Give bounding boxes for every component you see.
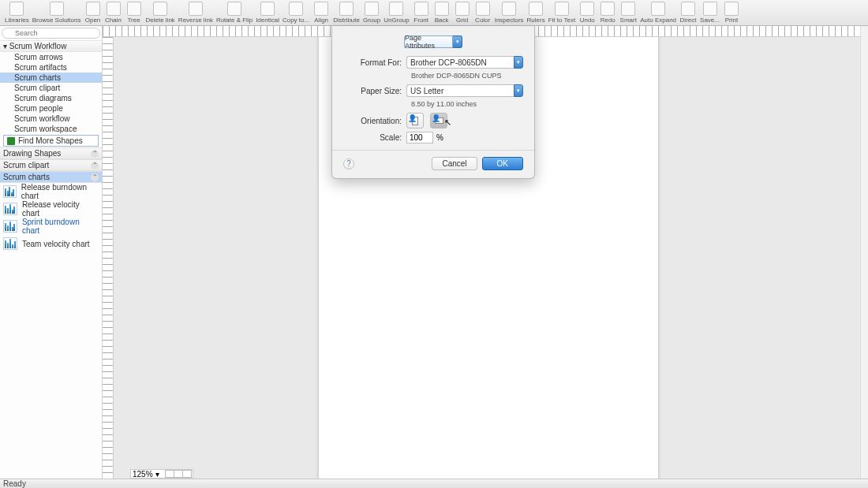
tool-icon bbox=[365, 2, 379, 16]
shape-team-velocity-chart[interactable]: Team velocity chart bbox=[0, 235, 102, 252]
orientation-landscape[interactable]: 👤 ↖ bbox=[430, 113, 447, 129]
toolbar-back[interactable]: Back bbox=[433, 2, 451, 24]
sidebar-item-scrum-people[interactable]: Scrum people bbox=[0, 103, 102, 114]
chart-icon bbox=[3, 237, 17, 250]
toolbar-tree[interactable]: Tree bbox=[125, 2, 143, 24]
toolbar-color[interactable]: Color bbox=[474, 2, 492, 24]
toolbar-inspectors[interactable]: Inspectors bbox=[495, 2, 524, 24]
toolbar-delete-link[interactable]: Delete link bbox=[146, 2, 175, 24]
status-ready: Ready bbox=[3, 479, 26, 488]
toolbar-auto-expand[interactable]: Auto Expand bbox=[640, 2, 676, 24]
category-drawing-shapes[interactable]: Drawing Shapes⌃ bbox=[0, 147, 102, 159]
sidebar-item-scrum-workflow[interactable]: Scrum workflow bbox=[0, 114, 102, 124]
toolbar-identical[interactable]: Identical bbox=[256, 2, 279, 24]
shape-sprint-burndown-chart[interactable]: Sprint burndown chart bbox=[0, 218, 102, 235]
tool-icon bbox=[107, 2, 121, 16]
orientation-portrait[interactable]: 👤 bbox=[406, 113, 424, 129]
tree-header[interactable]: ▾ Scrum Workflow bbox=[0, 40, 102, 52]
tool-icon bbox=[289, 2, 303, 16]
tool-icon bbox=[314, 2, 328, 16]
find-more-shapes[interactable]: Find More Shapes bbox=[3, 135, 99, 147]
status-bar: Ready bbox=[0, 479, 868, 488]
tool-icon bbox=[260, 2, 275, 16]
tool-icon bbox=[724, 2, 739, 16]
tool-icon bbox=[50, 2, 64, 16]
toolbar-chain[interactable]: Chain bbox=[105, 2, 122, 24]
toolbar-align[interactable]: Align bbox=[312, 2, 330, 24]
scale-label: Scale: bbox=[343, 133, 406, 142]
tool-icon bbox=[600, 2, 615, 16]
cancel-button[interactable]: Cancel bbox=[432, 157, 477, 170]
chart-icon bbox=[3, 203, 17, 215]
sidebar-item-scrum-diagrams[interactable]: Scrum diagrams bbox=[0, 93, 102, 103]
paper-size-label: Paper Size: bbox=[343, 87, 406, 95]
toolbar-fit-to-text[interactable]: Fit to Text bbox=[548, 2, 576, 24]
tool-icon bbox=[389, 2, 403, 16]
toolbar-redo[interactable]: Redo bbox=[599, 2, 616, 24]
category-scrum-clipart[interactable]: Scrum clipart⌃ bbox=[0, 159, 102, 171]
sidebar-item-scrum-artifacts[interactable]: Scrum artifacts bbox=[0, 62, 102, 73]
category-scrum-charts[interactable]: Scrum charts⌃ bbox=[0, 171, 102, 183]
shape-release-velocity-chart[interactable]: Release velocity chart bbox=[0, 200, 102, 218]
person-icon: 👤 bbox=[432, 114, 440, 122]
toolbar-direct[interactable]: Direct bbox=[679, 2, 697, 24]
chart-icon bbox=[3, 185, 17, 198]
sidebar-item-scrum-clipart[interactable]: Scrum clipart bbox=[0, 83, 102, 93]
toolbar-copy-to-[interactable]: Copy to... bbox=[282, 2, 309, 24]
person-icon: 👤 bbox=[408, 114, 417, 122]
tool-icon bbox=[435, 2, 449, 16]
tool-icon bbox=[9, 2, 24, 16]
mouse-cursor: ↖ bbox=[444, 117, 451, 128]
toolbar-browse-solutions[interactable]: Browse Solutions bbox=[32, 2, 81, 24]
toolbar-distribute[interactable]: Distribute bbox=[333, 2, 360, 24]
zoom-control[interactable]: 125% ▾ bbox=[130, 469, 193, 479]
toolbar-save-[interactable]: Save... bbox=[700, 2, 720, 24]
search-input[interactable] bbox=[2, 28, 100, 39]
toolbar-reverse-link[interactable]: Reverse link bbox=[178, 2, 213, 24]
toolbar-undo[interactable]: Undo bbox=[578, 2, 596, 24]
toolbar-grid[interactable]: Grid bbox=[454, 2, 471, 24]
tool-icon bbox=[502, 2, 516, 16]
sidebar-item-scrum-charts[interactable]: Scrum charts bbox=[0, 73, 102, 83]
toolbar-group[interactable]: Group bbox=[363, 2, 380, 24]
chevron-down-icon: ▾ bbox=[514, 84, 523, 97]
page-setup-dialog: Page Attributes ▾ Format For: Brother DC… bbox=[331, 26, 535, 179]
tool-icon bbox=[681, 2, 695, 16]
toolbar-print[interactable]: Print bbox=[723, 2, 740, 24]
scale-percent: % bbox=[436, 133, 443, 142]
tool-icon bbox=[127, 2, 141, 16]
sidebar-item-scrum-workspace[interactable]: Scrum workspace bbox=[0, 124, 102, 134]
toolbar-front[interactable]: Front bbox=[413, 2, 430, 24]
toolbar-open[interactable]: Open bbox=[84, 2, 102, 24]
tool-icon bbox=[621, 2, 635, 16]
tool-icon bbox=[703, 2, 717, 16]
ok-button[interactable]: OK bbox=[482, 157, 523, 170]
sidebar-item-scrum-arrows[interactable]: Scrum arrows bbox=[0, 52, 102, 62]
toolbar-libraries[interactable]: Libraries bbox=[5, 2, 29, 24]
format-for-select[interactable]: Brother DCP-8065DN ▾ bbox=[406, 56, 523, 69]
tool-icon bbox=[189, 2, 203, 16]
tool-icon bbox=[86, 2, 100, 16]
paper-dimensions: 8.50 by 11.00 inches bbox=[411, 100, 523, 108]
toolbar-rulers[interactable]: Rulers bbox=[527, 2, 545, 24]
toolbar-ungroup[interactable]: UnGroup bbox=[383, 2, 409, 24]
scrollbar-vertical[interactable] bbox=[860, 26, 868, 479]
shape-release-burndown-chart[interactable]: Release burndown chart bbox=[0, 183, 102, 200]
disclosure-icon: ⌃ bbox=[91, 162, 99, 169]
tool-icon bbox=[580, 2, 594, 16]
toolbar-rotate-flip[interactable]: Rotate & Flip bbox=[216, 2, 253, 24]
help-button[interactable]: ? bbox=[343, 158, 354, 169]
toolbar-smart[interactable]: Smart bbox=[619, 2, 637, 24]
chevron-down-icon: ▾ bbox=[453, 35, 462, 48]
page-tabs[interactable] bbox=[165, 470, 191, 478]
page-attributes-dropdown[interactable]: Page Attributes ▾ bbox=[404, 35, 462, 48]
scale-input[interactable] bbox=[406, 132, 433, 143]
tool-icon bbox=[555, 2, 569, 16]
paper-size-select[interactable]: US Letter ▾ bbox=[406, 84, 523, 97]
orientation-label: Orientation: bbox=[343, 117, 406, 125]
chart-icon bbox=[3, 220, 17, 233]
sidebar: ▾ Scrum Workflow Scrum arrowsScrum artif… bbox=[0, 26, 103, 479]
chevron-down-icon: ▾ bbox=[514, 56, 523, 69]
tool-icon bbox=[339, 2, 354, 16]
tool-icon bbox=[414, 2, 428, 16]
